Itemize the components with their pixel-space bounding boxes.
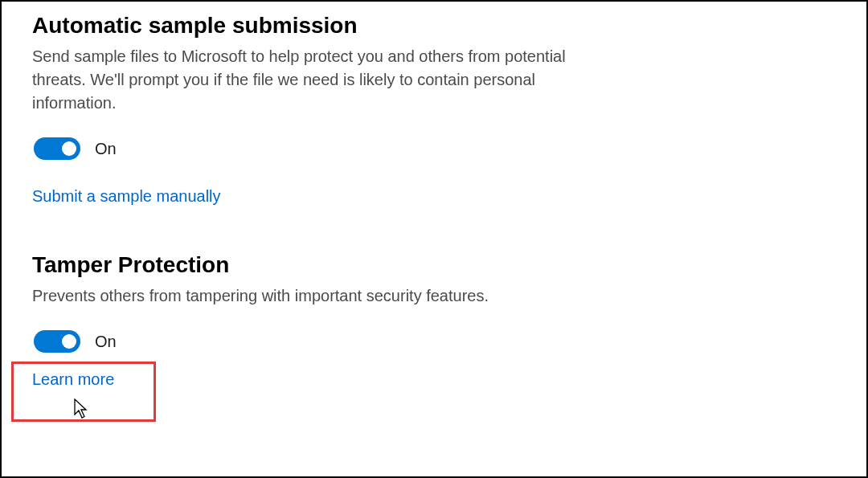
toggle-label-tamper-protection: On bbox=[95, 333, 117, 351]
section-description-tamper-protection: Prevents others from tampering with impo… bbox=[32, 284, 611, 308]
toggle-row-tamper-protection: On bbox=[32, 330, 836, 353]
toggle-row-automatic-sample: On bbox=[32, 137, 836, 160]
section-title-tamper-protection: Tamper Protection bbox=[32, 252, 836, 278]
mouse-cursor-icon bbox=[74, 398, 90, 419]
section-description-automatic-sample: Send sample files to Microsoft to help p… bbox=[32, 45, 611, 115]
section-title-automatic-sample: Automatic sample submission bbox=[32, 13, 836, 39]
toggle-knob bbox=[62, 141, 76, 156]
learn-more-link[interactable]: Learn more bbox=[32, 370, 114, 389]
toggle-automatic-sample-submission[interactable] bbox=[34, 137, 80, 160]
toggle-tamper-protection[interactable] bbox=[34, 330, 80, 353]
toggle-knob bbox=[62, 334, 76, 349]
toggle-label-automatic-sample: On bbox=[95, 140, 117, 158]
automatic-sample-submission-section: Automatic sample submission Send sample … bbox=[32, 13, 836, 206]
submit-sample-manually-link[interactable]: Submit a sample manually bbox=[32, 187, 221, 206]
tamper-protection-section: Tamper Protection Prevents others from t… bbox=[32, 252, 836, 389]
